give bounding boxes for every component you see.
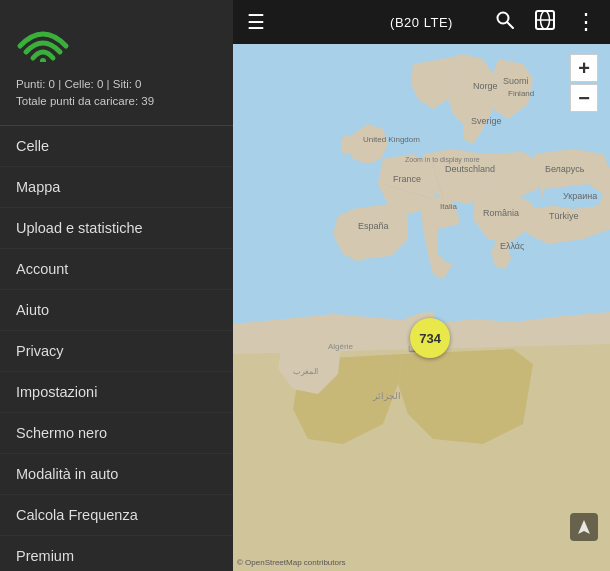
- svg-text:United Kingdom: United Kingdom: [363, 135, 420, 144]
- map-area: ☰ (B20 LTE) ⋮: [233, 0, 610, 571]
- map-toolbar: ☰ (B20 LTE) ⋮: [233, 0, 610, 44]
- svg-text:Finland: Finland: [508, 89, 534, 98]
- svg-text:France: France: [393, 174, 421, 184]
- svg-text:Algérie: Algérie: [328, 342, 353, 351]
- svg-text:المغرب: المغرب: [293, 367, 318, 376]
- svg-point-0: [40, 58, 46, 62]
- sidebar-item-upload[interactable]: Upload e statistiche: [0, 208, 233, 249]
- svg-text:Türkiye: Türkiye: [549, 211, 579, 221]
- sidebar-item-account[interactable]: Account: [0, 249, 233, 290]
- toolbar-title: (B20 LTE): [390, 15, 453, 30]
- svg-text:Norge: Norge: [473, 81, 498, 91]
- sidebar-item-schermo-nero[interactable]: Schermo nero: [0, 413, 233, 454]
- sidebar-item-aiuto[interactable]: Aiuto: [0, 290, 233, 331]
- sidebar-menu: CelleMappaUpload e statisticheAccountAiu…: [0, 126, 233, 572]
- sidebar-item-impostazioni[interactable]: Impostazioni: [0, 372, 233, 413]
- svg-text:España: España: [358, 221, 389, 231]
- sidebar-stats: Punti: 0 | Celle: 0 | Siti: 0 Totale pun…: [16, 76, 154, 111]
- hamburger-icon[interactable]: ☰: [241, 6, 271, 38]
- toolbar-left: ☰: [241, 6, 271, 38]
- wifi-logo: [16, 18, 70, 66]
- stats-line1: Punti: 0 | Celle: 0 | Siti: 0: [16, 76, 154, 93]
- svg-text:Беларусь: Беларусь: [545, 164, 585, 174]
- zoom-out-button[interactable]: −: [570, 84, 598, 112]
- map-canvas: Norge Suomi Finland Sverige United Kingd…: [233, 44, 610, 571]
- search-icon[interactable]: [489, 6, 521, 39]
- sidebar-header: Punti: 0 | Celle: 0 | Siti: 0 Totale pun…: [0, 0, 233, 125]
- toolbar-right: ⋮: [489, 5, 602, 39]
- navigation-icon[interactable]: [570, 513, 598, 541]
- sidebar: Punti: 0 | Celle: 0 | Siti: 0 Totale pun…: [0, 0, 233, 571]
- sidebar-item-mappa[interactable]: Mappa: [0, 167, 233, 208]
- svg-text:Italia: Italia: [440, 202, 457, 211]
- globe-icon[interactable]: [529, 6, 561, 39]
- svg-text:Suomi: Suomi: [503, 76, 529, 86]
- svg-text:Ελλάς: Ελλάς: [500, 241, 525, 251]
- zoom-in-button[interactable]: +: [570, 54, 598, 82]
- sidebar-item-privacy[interactable]: Privacy: [0, 331, 233, 372]
- svg-text:România: România: [483, 208, 519, 218]
- sidebar-item-modalita-auto[interactable]: Modalità in auto: [0, 454, 233, 495]
- svg-text:Sverige: Sverige: [471, 116, 502, 126]
- map-attribution: © OpenStreetMap contributors: [237, 558, 346, 567]
- svg-text:Deutschland: Deutschland: [445, 164, 495, 174]
- svg-text:Украина: Украина: [563, 191, 597, 201]
- svg-text:الجزائر: الجزائر: [372, 391, 401, 402]
- svg-text:Zoom in to display more: Zoom in to display more: [405, 156, 480, 164]
- sidebar-item-calcola-frequenza[interactable]: Calcola Frequenza: [0, 495, 233, 536]
- sidebar-item-celle[interactable]: Celle: [0, 126, 233, 167]
- svg-line-2: [508, 22, 514, 28]
- stats-line2: Totale punti da caricare: 39: [16, 93, 154, 110]
- zoom-controls: + −: [570, 54, 598, 112]
- sidebar-item-premium[interactable]: Premium: [0, 536, 233, 572]
- map-cluster[interactable]: 734: [410, 318, 450, 358]
- more-icon[interactable]: ⋮: [569, 5, 602, 39]
